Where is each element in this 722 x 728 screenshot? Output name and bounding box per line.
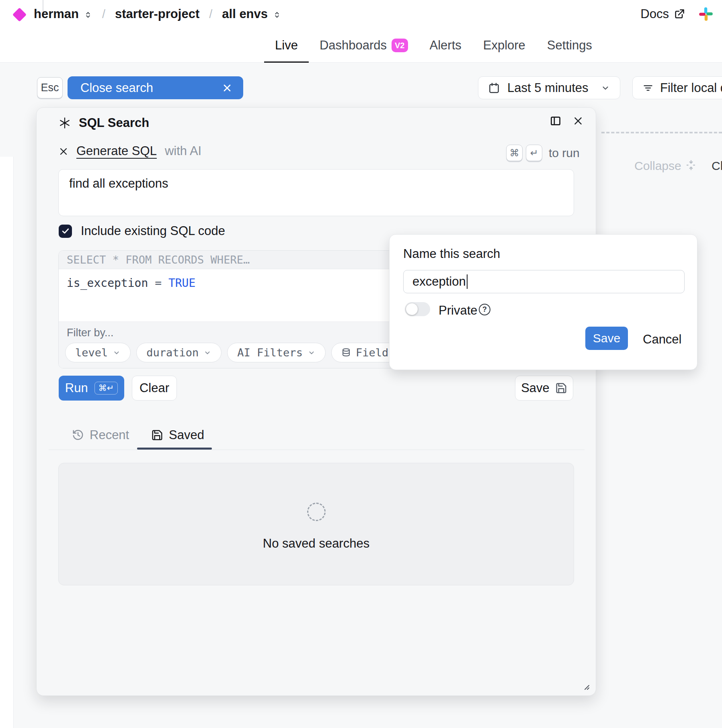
popover-title: Name this search [403,247,500,261]
close-icon[interactable] [572,115,584,127]
filter-pill-level[interactable]: level [65,343,131,362]
breadcrumb: herman / starter-project / all envs [34,0,281,28]
private-label: Private [439,303,477,318]
saved-searches-empty-state: No saved searches [58,463,574,585]
dashed-circle-icon [307,503,326,521]
v2-badge: V2 [392,39,408,52]
history-icon [72,429,84,441]
chevron-updown-icon [84,10,92,20]
filter-pill-duration[interactable]: duration [136,343,222,362]
cmd-key-icon: ⌘ [506,145,523,161]
run-shortcut-hint: ⌘ ↵ to run [506,145,580,161]
sql-identifier: is_exception [67,276,148,290]
database-icon [341,348,351,358]
main-nav: Live Dashboards V2 Alerts Explore Settin… [0,28,722,63]
tab-alerts[interactable]: Alerts [419,28,472,63]
collapse-label[interactable]: Collapse [634,159,681,173]
name-search-popover: Name this search exception Private ? Sav… [389,234,697,370]
private-toggle[interactable] [405,302,430,316]
collapse-icon[interactable] [685,158,697,172]
brand-logo-icon [12,8,27,22]
empty-state-text: No saved searches [59,536,574,551]
tab-saved[interactable]: Saved [151,428,204,442]
chart-dashed-line [601,132,722,133]
run-button[interactable]: Run ⌘↵ [59,376,124,401]
save-icon [555,382,567,394]
clear-button[interactable]: Clear [132,376,177,401]
ai-prompt-input[interactable]: find all exceptions [58,169,574,216]
save-label: Save [521,381,550,395]
text-caret [467,274,468,289]
modal-title: SQL Search [59,116,149,130]
generate-sql-suffix: with AI [165,144,201,158]
run-label: Run [65,381,88,395]
external-link-icon [674,8,685,20]
clipped-button-label[interactable]: Cl [712,159,722,173]
time-range-value: Last 5 minutes [507,81,593,95]
side-panel-icon[interactable] [550,115,562,127]
sql-search-modal: SQL Search Generate SQL with AI ⌘ ↵ to r… [36,107,596,696]
save-search-button[interactable]: Save [515,376,573,401]
filter-pill-ai-filters[interactable]: AI Filters [227,343,326,362]
tab-explore[interactable]: Explore [472,28,536,63]
environment-switcher[interactable]: all envs [222,7,281,21]
breadcrumb-separator: / [102,8,105,21]
popover-save-button[interactable]: Save [585,327,628,350]
filter-by-label: Filter by... [67,327,114,339]
project-name[interactable]: starter-project [115,7,199,21]
sql-value: TRUE [168,276,195,290]
run-shortcut-badge: ⌘↵ [94,382,118,395]
dismiss-ai-icon[interactable] [59,147,68,156]
close-search-label: Close search [80,81,222,95]
breadcrumb-separator: / [209,8,212,21]
sql-operator: = [155,276,162,290]
modal-title-text: SQL Search [79,116,149,130]
filter-local-button[interactable]: Filter local da [632,76,722,99]
close-icon [222,82,233,94]
content-area: Esc Close search Last 5 minutes Filter l… [0,63,722,728]
search-name-value: exception [412,274,466,289]
tab-recent[interactable]: Recent [72,428,129,442]
generate-sql-link[interactable]: Generate SQL [76,144,157,158]
save-icon [151,429,163,441]
checkbox-checked-icon[interactable] [59,225,72,238]
tab-settings[interactable]: Settings [536,28,603,63]
top-bar: herman / starter-project / all envs Docs [0,0,722,28]
environment-name: all envs [222,7,268,21]
enter-key-icon: ↵ [526,145,542,161]
slack-icon[interactable] [699,7,713,21]
include-sql-checkbox-row[interactable]: Include existing SQL code [59,224,225,238]
search-name-input[interactable]: exception [403,270,685,293]
tab-live[interactable]: Live [264,28,309,63]
docs-label: Docs [640,7,669,21]
tab-dashboards[interactable]: Dashboards V2 [309,28,419,63]
tabs-divider [49,450,585,450]
include-sql-label: Include existing SQL code [81,224,225,238]
collapsed-sidebar [0,157,14,728]
workspace-name: herman [34,7,79,21]
asterisk-icon [59,117,71,129]
time-range-dropdown[interactable]: Last 5 minutes [478,76,620,99]
popover-cancel-button[interactable]: Cancel [643,332,682,347]
resize-handle-icon[interactable] [580,681,590,691]
chevron-down-icon [113,349,121,357]
chevron-down-icon [601,83,610,93]
chevron-updown-icon [273,10,281,20]
close-search-button[interactable]: Close search [68,76,243,99]
to-run-label: to run [549,146,580,160]
esc-key-badge: Esc [37,77,63,98]
chevron-down-icon [308,349,316,357]
calendar-icon [488,82,500,94]
docs-link[interactable]: Docs [640,7,685,21]
filter-local-label: Filter local da [660,81,722,95]
workspace-switcher[interactable]: herman [34,7,92,21]
chevron-down-icon [203,349,211,357]
filter-icon [642,82,654,94]
help-icon[interactable]: ? [479,304,490,315]
